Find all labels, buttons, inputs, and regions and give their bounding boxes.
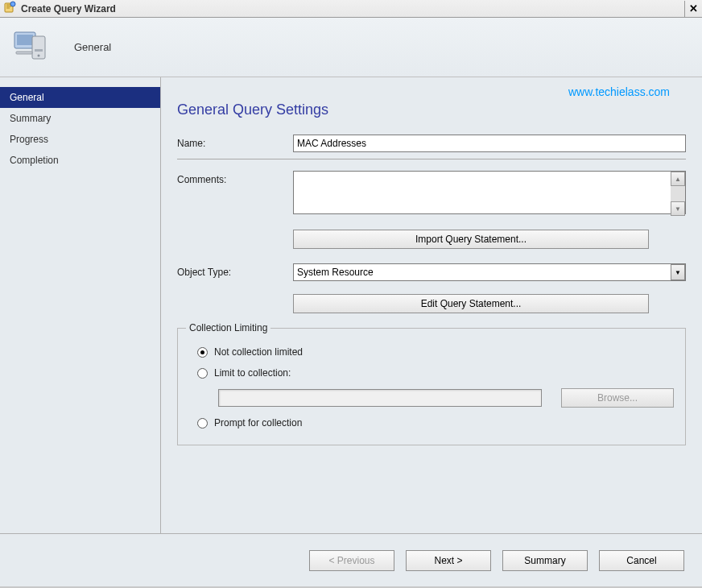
wizard-footer: < Previous Next > Summary Cancel (0, 533, 702, 586)
sidebar-item-label: Summary (10, 113, 51, 124)
radio-limit-to-label: Limit to collection: (214, 367, 291, 379)
content-pane: www.techielass.com General Query Setting… (161, 77, 702, 533)
chevron-down-icon[interactable]: ▼ (671, 264, 685, 280)
group-legend: Collection Limiting (186, 322, 270, 333)
browse-button: Browse... (561, 388, 674, 408)
collection-limiting-group: Collection Limiting Not collection limit… (177, 328, 686, 445)
sidebar-item-label: General (10, 92, 44, 103)
wizard-sidebar: General Summary Progress Completion (0, 77, 161, 533)
radio-prompt[interactable] (197, 418, 208, 429)
comments-label: Comments: (177, 171, 293, 185)
sidebar-item-progress[interactable]: Progress (0, 129, 160, 150)
sidebar-item-label: Completion (10, 155, 59, 166)
import-query-button[interactable]: Import Query Statement... (293, 230, 649, 249)
scroll-down-icon[interactable]: ▼ (671, 201, 685, 216)
radio-prompt-label: Prompt for collection (214, 417, 302, 429)
divider (177, 159, 686, 159)
radio-not-limited[interactable] (197, 347, 208, 358)
sidebar-item-label: Progress (10, 134, 48, 145)
close-button[interactable]: ✕ (684, 1, 702, 17)
object-type-select[interactable] (293, 263, 686, 281)
summary-button[interactable]: Summary (502, 550, 588, 571)
name-input[interactable] (293, 135, 686, 152)
svg-point-1 (10, 2, 15, 6)
title-bar: Create Query Wizard ✕ (0, 0, 702, 18)
sidebar-item-completion[interactable]: Completion (0, 150, 160, 171)
cancel-button[interactable]: Cancel (599, 550, 684, 571)
banner-title: General (74, 41, 111, 53)
textarea-scrollbar[interactable]: ▲ ▼ (671, 172, 685, 216)
sidebar-item-summary[interactable]: Summary (0, 108, 160, 129)
wizard-icon (3, 1, 16, 16)
watermark-link[interactable]: www.techielass.com (568, 85, 670, 98)
scroll-up-icon[interactable]: ▲ (671, 172, 685, 186)
object-type-label: Object Type: (177, 263, 293, 278)
edit-query-button[interactable]: Edit Query Statement... (293, 294, 649, 313)
name-label: Name: (177, 135, 293, 149)
page-title: General Query Settings (177, 101, 702, 118)
previous-button: < Previous (309, 550, 394, 571)
banner: General (0, 18, 702, 77)
collection-path-input (218, 389, 542, 407)
radio-not-limited-label: Not collection limited (214, 346, 303, 358)
computer-icon (11, 26, 52, 68)
svg-rect-3 (17, 35, 33, 45)
window-title: Create Query Wizard (21, 3, 116, 14)
radio-limit-to[interactable] (197, 368, 208, 379)
comments-textarea[interactable] (293, 171, 686, 214)
svg-rect-5 (35, 49, 43, 52)
next-button[interactable]: Next > (406, 550, 491, 571)
svg-point-6 (38, 55, 40, 57)
svg-rect-7 (16, 52, 32, 54)
sidebar-item-general[interactable]: General (0, 87, 160, 108)
